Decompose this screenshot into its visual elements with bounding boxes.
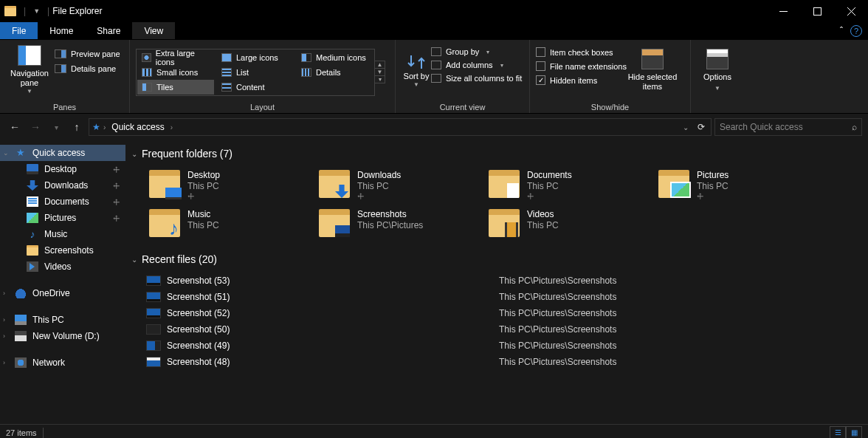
address-dropdown-icon[interactable]: ⌄ [680,123,692,131]
tab-share[interactable]: Share [85,22,132,39]
search-icon: ⌕ [852,122,857,132]
group-label-panes: Panes [6,101,123,112]
hidden-items-toggle[interactable]: ✓Hidden items [536,74,627,86]
sidebar-item-videos[interactable]: Videos [0,259,125,275]
recent-file-row[interactable]: Screenshot (49) This PC\Pictures\Screens… [146,338,865,354]
folder-tile-documents[interactable]: Documents This PC ⤪ [486,167,654,205]
item-checkboxes-toggle[interactable]: Item check boxes [536,46,627,58]
options-button[interactable]: Options ▼ [697,43,738,97]
size-columns-button[interactable]: Size all columns to fit [431,72,522,84]
folder-icon [149,209,180,237]
hide-selected-button[interactable]: Hide selected items [627,43,678,97]
frequent-folders-header[interactable]: ⌄ Frequent folders (7) [131,148,865,160]
large-icon [221,53,232,62]
details-view-button[interactable]: ☰ [830,426,846,439]
sidebar-item-pictures[interactable]: Pictures⤪ [0,210,125,226]
recent-file-row[interactable]: Screenshot (48) This PC\Pictures\Screens… [146,354,865,370]
sidebar-item-new-volume-d-[interactable]: ›New Volume (D:) [0,328,125,344]
details-pane-icon [55,64,66,73]
main-pane: ⌄ Frequent folders (7) Desktop This PC ⤪… [125,140,868,424]
minimize-ribbon-icon[interactable]: ˆ [840,26,843,36]
maximize-button[interactable] [800,0,834,22]
layout-list[interactable]: List [217,65,294,80]
recent-files-header[interactable]: ⌄ Recent files (20) [131,253,865,265]
preview-pane-button[interactable]: Preview pane [53,47,122,61]
forward-button[interactable]: → [27,118,44,136]
file-thumbnail-icon [146,292,161,302]
tiles-icon [142,83,152,92]
details-pane-button[interactable]: Details pane [53,62,122,75]
hide-selected-icon [641,49,664,69]
layout-extra-large[interactable]: Extra large icons [137,50,214,65]
layout-medium[interactable]: Medium icons [297,50,373,65]
group-by-button[interactable]: Group by▾ [431,46,522,58]
pin-icon: ⤪ [111,179,123,191]
tab-view[interactable]: View [132,22,175,39]
qat-separator: | [47,6,49,16]
layout-expand[interactable]: ▾ [375,76,385,83]
sidebar-item-this-pc[interactable]: ›This PC [0,312,125,328]
sidebar-item-desktop[interactable]: Desktop⤪ [0,161,125,177]
folder-tile-pictures[interactable]: Pictures This PC ⤪ [655,167,824,205]
folder-icon [489,170,520,198]
file-thumbnail-icon [146,324,161,335]
up-button[interactable]: ↑ [68,118,86,136]
sidebar-item-network[interactable]: ›Network [0,355,125,371]
folder-tile-desktop[interactable]: Desktop This PC ⤪ [146,167,314,205]
layout-tiles[interactable]: Tiles [137,80,214,95]
folder-icon [489,209,520,237]
navigation-pane-button[interactable]: Navigation pane ▼ [6,43,53,97]
recent-file-row[interactable]: Screenshot (51) This PC\Pictures\Screens… [146,289,865,305]
address-field[interactable]: ★ › Quick access › ⌄ ⟳ [89,118,712,136]
breadcrumb[interactable]: Quick access [108,122,167,132]
file-thumbnail-icon [146,341,161,351]
add-columns-button[interactable]: Add columns▾ [431,59,522,71]
folder-tile-screenshots[interactable]: Screenshots This PC\Pictures [316,206,484,240]
folder-tile-downloads[interactable]: Downloads This PC ⤪ [316,167,484,205]
crumb-separator-icon[interactable]: › [170,123,173,131]
minimize-button[interactable] [766,0,800,22]
folder-tile-videos[interactable]: Videos This PC [486,206,654,240]
file-thumbnail-icon [146,308,161,318]
close-button[interactable] [834,0,868,22]
layout-content[interactable]: Content [217,80,294,95]
recent-file-row[interactable]: Screenshot (50) This PC\Pictures\Screens… [146,321,865,338]
folder-tile-music[interactable]: Music This PC [146,206,314,240]
group-label-layout: Layout [136,101,389,112]
layout-scroll-down[interactable]: ▼ [375,69,385,76]
qat-dropdown-icon[interactable]: ▼ [33,7,40,15]
file-menu[interactable]: File [0,22,38,39]
search-input[interactable]: Search Quick access ⌕ [714,118,862,136]
sidebar-item-onedrive[interactable]: ›OneDrive [0,285,125,301]
layout-large[interactable]: Large icons [217,50,294,65]
recent-locations-button[interactable]: ▾ [47,118,65,136]
sidebar-item-downloads[interactable]: Downloads⤪ [0,177,125,194]
sidebar-item-music[interactable]: ♪Music [0,226,125,242]
extra-large-icon [142,53,151,62]
sidebar-item-quick-access[interactable]: ⌄★Quick access [0,145,125,161]
back-button[interactable]: ← [6,118,24,136]
svg-rect-0 [779,11,788,12]
sort-by-button[interactable]: Sort by ▼ [402,43,431,97]
checkbox-checked-icon: ✓ [536,75,545,85]
crumb-separator-icon: › [103,123,106,131]
preview-pane-icon [55,49,66,58]
pin-icon: ⤪ [111,163,123,175]
sidebar-item-screenshots[interactable]: Screenshots [0,242,125,259]
recent-file-row[interactable]: Screenshot (53) This PC\Pictures\Screens… [146,273,865,289]
layout-gallery: Extra large icons Large icons Medium ico… [136,49,375,96]
thumbnails-view-button[interactable]: ▦ [846,426,862,439]
help-icon[interactable]: ? [850,25,862,37]
layout-small[interactable]: Small icons [137,65,214,80]
pin-icon: ⤪ [525,191,538,204]
layout-scroll-up[interactable]: ▲ [375,61,385,69]
sidebar-item-documents[interactable]: Documents⤪ [0,194,125,210]
group-label-currentview: Current view [402,101,523,112]
layout-details[interactable]: Details [297,65,373,80]
refresh-icon[interactable]: ⟳ [695,122,708,132]
file-extensions-toggle[interactable]: File name extensions [536,60,627,72]
chevron-down-icon: ▼ [27,88,32,95]
add-columns-icon [431,61,441,69]
recent-file-row[interactable]: Screenshot (52) This PC\Pictures\Screens… [146,305,865,321]
tab-home[interactable]: Home [38,22,85,39]
